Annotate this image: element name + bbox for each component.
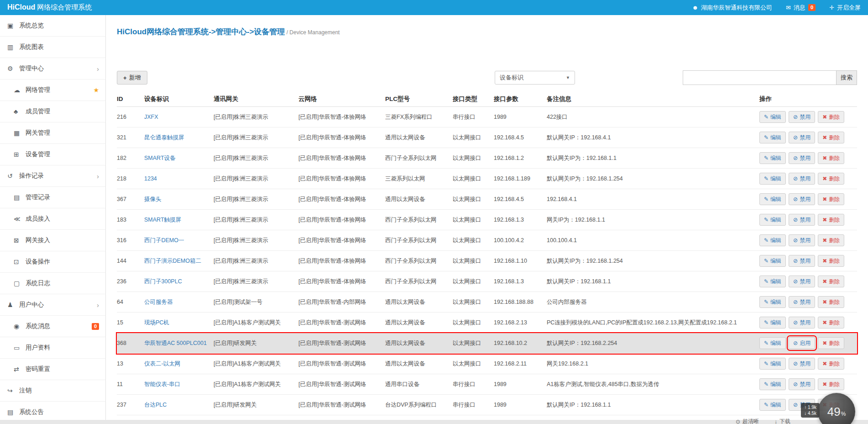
device-link[interactable]: 1234 (144, 175, 157, 182)
toggle-enable-button[interactable]: ⊘ 禁用 (789, 173, 815, 185)
sidebar-item-logout[interactable]: ↪ 注销 (0, 380, 105, 402)
search-field-select[interactable]: 设备标识 ▼ (495, 71, 575, 85)
ban-icon: ⊘ (793, 299, 798, 305)
cell-gateway: [已启用]A1栋客户测试网关 (214, 381, 298, 388)
sidebar-item-system-charts[interactable]: ▥ 系统图表 (0, 37, 105, 58)
edit-button[interactable]: ✎ 编辑 (759, 255, 786, 267)
edit-button[interactable]: ✎ 编辑 (759, 276, 786, 287)
corner-tools: ⊙ 超清晰 ↓ 下载 (736, 418, 790, 424)
device-link[interactable]: 摄像头 (144, 196, 162, 202)
device-link[interactable]: 西门子演示DEMO箱二 (144, 258, 201, 264)
sidebar-item-system-overview[interactable]: ▣ 系统总览 (0, 15, 105, 37)
delete-button[interactable]: ✖ 删除 (818, 132, 844, 143)
sidebar-item-user-profile[interactable]: ▭ 用户资料 (0, 337, 105, 359)
delete-button[interactable]: ✖ 删除 (818, 152, 844, 164)
messages-menu[interactable]: ✉ 消息 0 (786, 4, 816, 12)
toggle-enable-button[interactable]: ⊘ 禁用 (789, 111, 815, 123)
delete-button[interactable]: ✖ 删除 (818, 193, 844, 205)
delete-button[interactable]: ✖ 删除 (818, 214, 844, 226)
toggle-enable-button[interactable]: ⊘ 禁用 (789, 193, 815, 205)
sidebar-item-member-access[interactable]: ≪ 成员接入 (0, 208, 105, 230)
sidebar-item-gateway-access[interactable]: ⊠ 网关接入 (0, 230, 105, 251)
sidebar-item-admin-records[interactable]: ▤ 管理记录 (0, 187, 105, 208)
device-link[interactable]: 公司服务器 (144, 299, 173, 305)
fullscreen-icon: ✛ (829, 4, 834, 11)
cell-cloud-network: [已启用]华辰智通-体验网络 (298, 196, 385, 203)
cell-gateway: [已启用]株洲三菱演示 (214, 134, 298, 142)
search-input[interactable] (683, 70, 836, 85)
device-link[interactable]: 仪表二-以太网 (144, 360, 180, 367)
sitemap-icon: ♣ (14, 108, 26, 115)
toggle-enable-button[interactable]: ⊘ 禁用 (789, 234, 815, 246)
sidebar-item-user-center[interactable]: ♟ 用户中心 › (0, 294, 105, 316)
toggle-enable-button[interactable]: ⊘ 禁用 (789, 276, 815, 287)
device-link[interactable]: JXFX (144, 114, 158, 120)
edit-button[interactable]: ✎ 编辑 (759, 193, 786, 205)
sidebar-item-network-mgmt[interactable]: ☁ 网络管理 ★ (0, 80, 105, 101)
delete-button[interactable]: ✖ 删除 (818, 234, 844, 246)
fullscreen-button[interactable]: ✛ 开启全屏 (829, 4, 861, 12)
sidebar-item-member-mgmt[interactable]: ♣ 成员管理 (0, 101, 105, 122)
sidebar-item-system-log[interactable]: ▢ 系统日志 (0, 273, 105, 294)
device-link[interactable]: 台达PLC (144, 402, 167, 408)
device-link[interactable]: SMART设备 (144, 155, 176, 161)
cell-id: 218 (117, 175, 144, 182)
device-link[interactable]: 昆仑通泰触摸屏 (144, 134, 184, 141)
edit-icon: ✎ (764, 114, 769, 120)
sidebar-item-device-mgmt[interactable]: ⊞ 设备管理 (0, 144, 105, 165)
delete-button[interactable]: ✖ 删除 (818, 358, 844, 370)
device-link[interactable]: 现场PC机 (144, 319, 169, 326)
edit-button[interactable]: ✎ 编辑 (759, 214, 786, 226)
delete-button[interactable]: ✖ 删除 (818, 317, 844, 329)
video-quality-button[interactable]: ⊙ 超清晰 (736, 418, 759, 424)
toggle-enable-button[interactable]: ⊘ 禁用 (789, 132, 815, 143)
edit-button[interactable]: ✎ 编辑 (759, 173, 786, 185)
edit-button[interactable]: ✎ 编辑 (759, 358, 786, 370)
device-link[interactable]: 西门子300PLC (144, 278, 182, 285)
delete-button[interactable]: ✖ 删除 (818, 378, 844, 390)
edit-button[interactable]: ✎ 编辑 (759, 152, 786, 164)
toggle-enable-button[interactable]: ⊘ 禁用 (789, 296, 815, 308)
monitor-icon: ▣ (7, 22, 19, 29)
edit-button[interactable]: ✎ 编辑 (759, 132, 786, 143)
edit-button[interactable]: ✎ 编辑 (759, 317, 786, 329)
trash-icon: ✖ (822, 175, 827, 182)
toggle-enable-button[interactable]: ⊘ 禁用 (789, 255, 815, 267)
toggle-enable-button[interactable]: ⊘ 禁用 (789, 214, 815, 226)
trash-icon: ✖ (822, 278, 827, 285)
edit-button[interactable]: ✎ 编辑 (759, 296, 786, 308)
device-link[interactable]: 西门子DEMO一 (144, 237, 184, 244)
download-button[interactable]: ↓ 下载 (774, 418, 790, 424)
edit-button[interactable]: ✎ 编辑 (759, 378, 786, 390)
edit-button[interactable]: ✎ 编辑 (759, 399, 786, 411)
device-link[interactable]: 智能仪表-串口 (144, 381, 180, 387)
toggle-enable-button[interactable]: ⊘ 启用 (789, 337, 815, 349)
toggle-enable-button[interactable]: ⊘ 禁用 (789, 378, 815, 390)
add-device-button[interactable]: + 新增 (117, 71, 147, 85)
delete-button[interactable]: ✖ 删除 (818, 337, 844, 349)
toggle-enable-button[interactable]: ⊘ 禁用 (789, 358, 815, 370)
search-button[interactable]: 搜索 (836, 70, 857, 85)
delete-button[interactable]: ✖ 删除 (818, 173, 844, 185)
edit-button[interactable]: ✎ 编辑 (759, 234, 786, 246)
toggle-enable-button[interactable]: ⊘ 禁用 (789, 152, 815, 164)
edit-button[interactable]: ✎ 编辑 (759, 337, 786, 349)
device-link[interactable]: 华辰智通AC 500PLC001 (144, 340, 207, 346)
edit-button[interactable]: ✎ 编辑 (759, 111, 786, 123)
device-link[interactable]: SMART触摸屏 (144, 217, 181, 223)
edit-icon: ✎ (764, 381, 769, 387)
sidebar-item-device-operations[interactable]: ⊡ 设备操作 (0, 251, 105, 273)
delete-button[interactable]: ✖ 删除 (818, 276, 844, 287)
sidebar-item-operation-records[interactable]: ↺ 操作记录 › (0, 165, 105, 187)
sidebar-item-admin-center[interactable]: ⚙ 管理中心 › (0, 58, 105, 80)
sidebar-item-gateway-mgmt[interactable]: ▦ 网关管理 (0, 122, 105, 144)
delete-button[interactable]: ✖ 删除 (818, 111, 844, 123)
cell-cloud-network: [已启用]华辰智通-测试网络 (298, 401, 385, 409)
sidebar-item-system-messages[interactable]: ◉ 系统消息 0 (0, 316, 105, 337)
company-menu[interactable]: ☻ 湖南华辰智通科技有限公司 (692, 4, 772, 12)
sidebar-item-password-reset[interactable]: ⇄ 密码重置 (0, 359, 105, 380)
topbar: HiCloud 网络综合管理系统 ☻ 湖南华辰智通科技有限公司 ✉ 消息 0 ✛… (0, 0, 868, 15)
delete-button[interactable]: ✖ 删除 (818, 296, 844, 308)
toggle-enable-button[interactable]: ⊘ 禁用 (789, 317, 815, 329)
delete-button[interactable]: ✖ 删除 (818, 255, 844, 267)
